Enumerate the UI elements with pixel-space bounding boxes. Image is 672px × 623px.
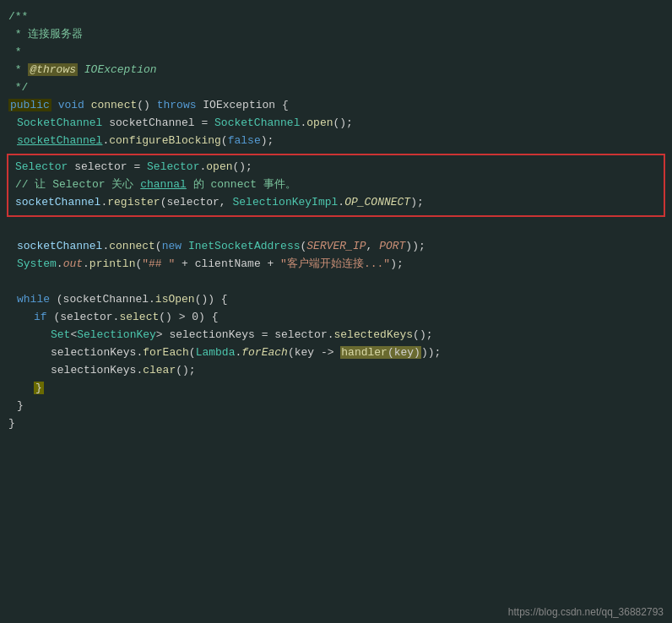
code-line: selectionKeys.clear(); — [0, 362, 672, 380]
code-line: if (selector.select() > 0) { — [0, 309, 672, 327]
code-line: } — [0, 415, 672, 433]
code-line: } — [0, 398, 672, 415]
code-line: while (socketChannel.isOpen()) { — [0, 291, 672, 309]
code-line: socketChannel.configureBlocking(false); — [0, 133, 672, 150]
code-line: } — [0, 380, 672, 398]
code-line: /** — [0, 8, 672, 26]
code-line: * 连接服务器 — [0, 26, 672, 44]
code-line: * — [0, 44, 672, 62]
code-line: * @throws IOException — [0, 62, 672, 79]
code-line: public void connect() throws IOException… — [0, 97, 672, 115]
code-line — [0, 220, 672, 238]
code-line: selectionKeys.forEach(Lambda.forEach(key… — [0, 344, 672, 362]
code-line: SocketChannel socketChannel = SocketChan… — [0, 115, 672, 133]
code-line: socketChannel.connect(new InetSocketAddr… — [0, 238, 672, 256]
highlighted-code-block: Selector selector = Selector.open(); // … — [7, 154, 665, 217]
code-line: */ — [0, 79, 672, 97]
code-editor: /** * 连接服务器 * * @throws IOException */ p… — [0, 0, 672, 442]
code-line: Set<SelectionKey> selectionKeys = select… — [0, 327, 672, 344]
code-line: socketChannel.register(selector, Selecti… — [14, 194, 658, 212]
footer-url: https://blog.csdn.net/qq_36882793 — [508, 606, 664, 618]
code-line: Selector selector = Selector.open(); — [14, 159, 658, 176]
code-line: System.out.println("## " + clientName + … — [0, 256, 672, 274]
code-line — [0, 274, 672, 291]
code-line: // 让 Selector 关心 channal 的 connect 事件。 — [14, 176, 658, 194]
